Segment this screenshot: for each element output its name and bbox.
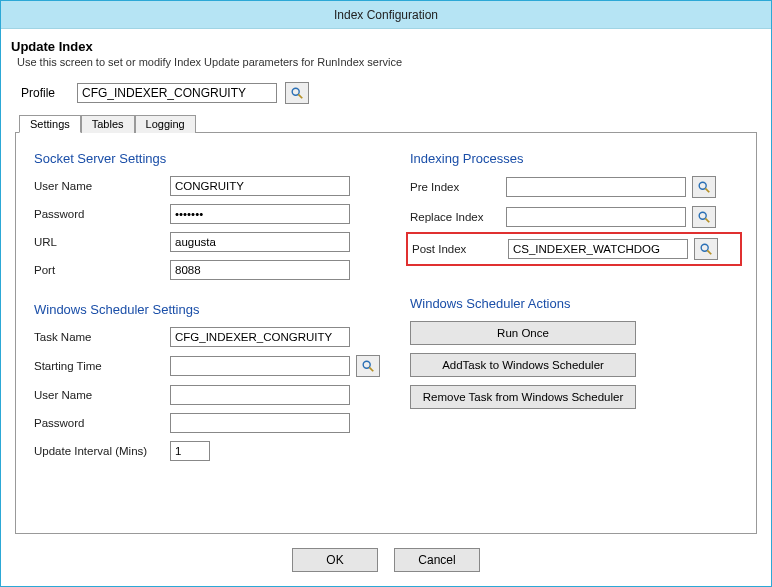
svg-point-4 bbox=[699, 182, 706, 189]
svg-point-8 bbox=[701, 244, 708, 251]
sched-interval-label: Update Interval (Mins) bbox=[34, 445, 164, 457]
svg-point-0 bbox=[292, 88, 299, 95]
sched-pass-input[interactable] bbox=[170, 413, 350, 433]
svg-line-1 bbox=[298, 94, 302, 98]
tab-tables[interactable]: Tables bbox=[81, 115, 135, 133]
pre-index-input[interactable] bbox=[506, 177, 686, 197]
socket-url-label: URL bbox=[34, 236, 164, 248]
add-task-button[interactable]: AddTask to Windows Scheduler bbox=[410, 353, 636, 377]
sched-user-row: User Name bbox=[34, 385, 380, 405]
sched-start-label: Starting Time bbox=[34, 360, 164, 372]
post-index-row: Post Index bbox=[412, 238, 736, 260]
svg-line-7 bbox=[705, 218, 709, 222]
actions-heading: Windows Scheduler Actions bbox=[410, 296, 738, 311]
socket-username-row: User Name bbox=[34, 176, 380, 196]
sched-interval-input[interactable] bbox=[170, 441, 210, 461]
profile-row: Profile bbox=[21, 82, 761, 104]
svg-line-9 bbox=[707, 250, 711, 254]
post-index-highlight: Post Index bbox=[406, 232, 742, 266]
replace-index-input[interactable] bbox=[506, 207, 686, 227]
replace-index-label: Replace Index bbox=[410, 211, 500, 223]
svg-point-2 bbox=[363, 361, 370, 368]
sched-task-row: Task Name bbox=[34, 327, 380, 347]
pre-index-lookup-button[interactable] bbox=[692, 176, 716, 198]
sched-pass-row: Password bbox=[34, 413, 380, 433]
post-index-input[interactable] bbox=[508, 239, 688, 259]
cancel-button[interactable]: Cancel bbox=[394, 548, 480, 572]
ok-button[interactable]: OK bbox=[292, 548, 378, 572]
svg-line-5 bbox=[705, 188, 709, 192]
tab-body: Socket Server Settings User Name Passwor… bbox=[15, 132, 757, 534]
profile-input[interactable] bbox=[77, 83, 277, 103]
search-icon bbox=[699, 242, 713, 256]
tabs: Settings Tables Logging bbox=[19, 115, 761, 133]
sched-interval-row: Update Interval (Mins) bbox=[34, 441, 380, 461]
content: Update Index Use this screen to set or m… bbox=[1, 29, 771, 586]
socket-username-label: User Name bbox=[34, 180, 164, 192]
socket-url-input[interactable] bbox=[170, 232, 350, 252]
svg-line-3 bbox=[369, 367, 373, 371]
socket-url-row: URL bbox=[34, 232, 380, 252]
socket-heading: Socket Server Settings bbox=[34, 151, 380, 166]
socket-password-input[interactable] bbox=[170, 204, 350, 224]
replace-index-row: Replace Index bbox=[410, 206, 738, 228]
sched-start-row: Starting Time bbox=[34, 355, 380, 377]
socket-port-input[interactable] bbox=[170, 260, 350, 280]
post-index-label: Post Index bbox=[412, 243, 502, 255]
sched-pass-label: Password bbox=[34, 417, 164, 429]
search-icon bbox=[697, 210, 711, 224]
window: Index Configuration Update Index Use thi… bbox=[0, 0, 772, 587]
profile-lookup-button[interactable] bbox=[285, 82, 309, 104]
left-column: Socket Server Settings User Name Passwor… bbox=[34, 149, 380, 523]
socket-port-label: Port bbox=[34, 264, 164, 276]
sched-task-input[interactable] bbox=[170, 327, 350, 347]
svg-point-6 bbox=[699, 212, 706, 219]
sched-start-lookup-button[interactable] bbox=[356, 355, 380, 377]
pre-index-label: Pre Index bbox=[410, 181, 500, 193]
socket-password-row: Password bbox=[34, 204, 380, 224]
titlebar: Index Configuration bbox=[1, 1, 771, 29]
pre-index-row: Pre Index bbox=[410, 176, 738, 198]
sched-start-input[interactable] bbox=[170, 356, 350, 376]
page-title: Update Index bbox=[11, 39, 761, 54]
socket-port-row: Port bbox=[34, 260, 380, 280]
replace-index-lookup-button[interactable] bbox=[692, 206, 716, 228]
tab-logging[interactable]: Logging bbox=[135, 115, 196, 133]
sched-user-label: User Name bbox=[34, 389, 164, 401]
search-icon bbox=[697, 180, 711, 194]
remove-task-button[interactable]: Remove Task from Windows Scheduler bbox=[410, 385, 636, 409]
indexing-heading: Indexing Processes bbox=[410, 151, 738, 166]
post-index-lookup-button[interactable] bbox=[694, 238, 718, 260]
socket-password-label: Password bbox=[34, 208, 164, 220]
search-icon bbox=[290, 86, 304, 100]
socket-username-input[interactable] bbox=[170, 176, 350, 196]
right-column: Indexing Processes Pre Index Replace Ind… bbox=[410, 149, 738, 523]
tab-settings[interactable]: Settings bbox=[19, 115, 81, 133]
run-once-button[interactable]: Run Once bbox=[410, 321, 636, 345]
search-icon bbox=[361, 359, 375, 373]
sched-heading: Windows Scheduler Settings bbox=[34, 302, 380, 317]
window-title: Index Configuration bbox=[334, 8, 438, 22]
sched-task-label: Task Name bbox=[34, 331, 164, 343]
page-subtitle: Use this screen to set or modify Index U… bbox=[17, 56, 761, 68]
footer: OK Cancel bbox=[11, 542, 761, 582]
profile-label: Profile bbox=[21, 86, 69, 100]
sched-user-input[interactable] bbox=[170, 385, 350, 405]
